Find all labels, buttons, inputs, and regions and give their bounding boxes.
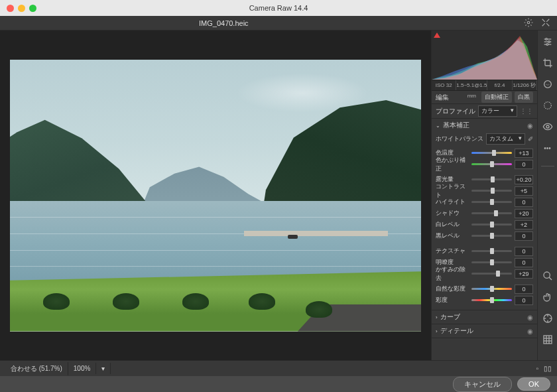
settings-icon[interactable] [524, 18, 533, 29]
slider-thumb[interactable] [490, 161, 494, 167]
slider-thumb[interactable] [490, 222, 494, 228]
svg-point-5 [548, 41, 550, 43]
svg-point-8 [544, 102, 551, 109]
exif-row: ISO 32 1.5~5.1@1.5 mm f/2.4 1/1206 秒 [432, 80, 537, 91]
slider-value[interactable]: 0 [515, 247, 533, 256]
svg-point-0 [527, 21, 530, 24]
compare-icon[interactable]: ▯▯ [544, 365, 552, 372]
slider-value[interactable]: 0 [515, 258, 533, 267]
slider-track[interactable] [471, 273, 512, 275]
slider-value[interactable]: +2 [515, 220, 533, 229]
slider-value[interactable]: 0 [515, 285, 533, 294]
slider-thumb[interactable] [490, 233, 494, 239]
exif-iso: ISO 32 [432, 80, 456, 90]
redeye-tool-icon[interactable] [542, 121, 554, 133]
clipping-warning-icon[interactable] [434, 33, 440, 38]
slider-value[interactable]: 0 [515, 231, 533, 241]
grid-tool-icon[interactable] [542, 334, 554, 346]
slider-テクスチャ[interactable]: テクスチャ0 [436, 245, 533, 257]
section-detail: › ディテール ◉ [432, 324, 537, 338]
slider-track[interactable] [471, 224, 512, 226]
more-icon[interactable]: ••• [542, 142, 554, 154]
slider-かすみの除去[interactable]: かすみの除去+29 [436, 268, 533, 279]
slider-彩度[interactable]: 彩度0 [436, 294, 533, 306]
slider-ハイライト[interactable]: ハイライト0 [436, 196, 533, 208]
slider-label: 自然な彩度 [436, 285, 469, 293]
slider-track[interactable] [471, 178, 512, 180]
zoom-fit[interactable]: 合わせる (51.7%) [5, 362, 68, 375]
slider-色かぶり補正[interactable]: 色かぶり補正0 [436, 159, 533, 170]
mask-tool-icon[interactable] [542, 99, 554, 111]
slider-thumb[interactable] [492, 150, 496, 156]
slider-track[interactable] [471, 152, 512, 154]
histogram[interactable] [432, 31, 537, 80]
profile-select[interactable]: カラー▾ [478, 105, 517, 117]
slider-value[interactable]: +0.20 [515, 175, 533, 184]
slider-thumb[interactable] [490, 248, 494, 254]
slider-track[interactable] [471, 299, 512, 301]
slider-thumb[interactable] [496, 271, 500, 277]
slider-value[interactable]: 0 [515, 160, 533, 169]
eye-icon[interactable]: ◉ [527, 328, 533, 335]
slider-value[interactable]: 0 [515, 198, 533, 207]
slider-thumb[interactable] [490, 199, 494, 205]
section-basic-header[interactable]: ⌄ 基本補正 ◉ [432, 119, 537, 132]
bw-button[interactable]: 白黒 [515, 92, 533, 103]
slider-value[interactable]: +5 [515, 186, 533, 196]
slider-track[interactable] [471, 190, 512, 192]
slider-value[interactable]: +13 [515, 149, 533, 158]
slider-track[interactable] [471, 250, 512, 252]
slider-track[interactable] [471, 261, 512, 263]
svg-point-9 [546, 125, 549, 128]
section-detail-header[interactable]: › ディテール ◉ [432, 324, 537, 338]
profile-grid-icon[interactable]: ⋮⋮ [520, 107, 533, 115]
zoom-tool-icon[interactable] [542, 270, 554, 282]
slider-track[interactable] [471, 163, 512, 165]
before-after-icon[interactable]: ▫ [536, 365, 538, 372]
slider-value[interactable]: 0 [515, 296, 533, 305]
auto-button[interactable]: 自動補正 [481, 92, 512, 103]
image-canvas[interactable] [0, 31, 431, 360]
slider-自然な彩度[interactable]: 自然な彩度0 [436, 283, 533, 294]
slider-value[interactable]: +20 [515, 209, 533, 218]
fullscreen-icon[interactable] [541, 18, 550, 29]
slider-thumb[interactable] [491, 188, 495, 194]
slider-track[interactable] [471, 235, 512, 237]
eye-icon[interactable]: ◉ [527, 122, 533, 129]
slider-label: 白レベル [436, 220, 469, 229]
eye-icon[interactable]: ◉ [527, 314, 533, 321]
slider-track[interactable] [471, 288, 512, 290]
wb-select[interactable]: カスタム▾ [486, 133, 525, 145]
zoom-100[interactable]: 100% [68, 363, 97, 374]
maximize-window[interactable] [29, 5, 36, 12]
sampler-tool-icon[interactable] [542, 312, 554, 324]
section-title: ディテール [440, 326, 473, 336]
slider-黒レベル[interactable]: 黒レベル0 [436, 230, 533, 241]
close-window[interactable] [7, 5, 14, 12]
profile-row: プロファイル カラー▾ ⋮⋮ [432, 104, 537, 119]
slider-track[interactable] [471, 212, 512, 214]
slider-value[interactable]: +29 [515, 269, 533, 279]
zoom-dropdown-icon[interactable]: ▾ [96, 363, 111, 374]
edit-label: 編集 [436, 93, 479, 102]
svg-line-11 [549, 277, 552, 280]
slider-コントラスト[interactable]: コントラスト+5 [436, 185, 533, 196]
slider-thumb[interactable] [490, 297, 494, 303]
cancel-button[interactable]: キャンセル [453, 377, 512, 392]
slider-白レベル[interactable]: 白レベル+2 [436, 219, 533, 230]
heal-tool-icon[interactable] [542, 78, 554, 90]
ok-button[interactable]: OK [517, 377, 550, 391]
eyedropper-icon[interactable]: ✐ [528, 135, 533, 143]
minimize-window[interactable] [18, 5, 25, 12]
slider-thumb[interactable] [494, 210, 498, 216]
slider-シャドウ[interactable]: シャドウ+20 [436, 208, 533, 219]
edit-tool-icon[interactable] [542, 36, 554, 48]
slider-track[interactable] [471, 201, 512, 203]
edit-row: 編集 自動補正 白黒 [432, 91, 537, 104]
slider-thumb[interactable] [490, 259, 494, 265]
crop-tool-icon[interactable] [542, 57, 554, 69]
section-curve-header[interactable]: › カーブ ◉ [432, 310, 537, 324]
hand-tool-icon[interactable] [542, 291, 554, 303]
slider-thumb[interactable] [491, 176, 495, 182]
slider-thumb[interactable] [490, 286, 494, 292]
